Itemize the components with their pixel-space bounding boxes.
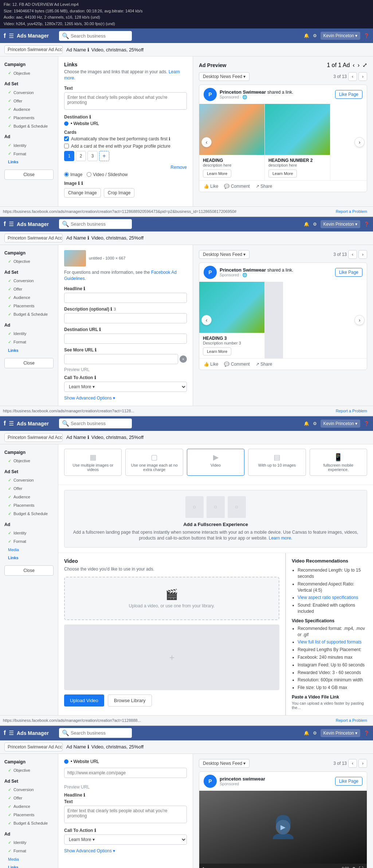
sidebar-format-2[interactable]: ✓Format bbox=[0, 338, 58, 346]
carousel-cta-2a[interactable]: Learn More bbox=[203, 347, 231, 355]
dest-url-input-2[interactable]: www.kevinprinceton.com bbox=[64, 334, 187, 344]
next-card-btn-4[interactable]: › bbox=[358, 759, 367, 768]
auto-show-checkbox[interactable] bbox=[64, 136, 69, 141]
next-card-btn-2[interactable]: › bbox=[358, 250, 367, 259]
text-input-4[interactable] bbox=[64, 806, 187, 823]
sidebar-format[interactable]: ✓ Format bbox=[0, 149, 58, 158]
show-advanced-2[interactable]: Show Advanced Options ▾ bbox=[64, 396, 187, 401]
placement-select-2[interactable]: Desktop News Feed ▾ bbox=[199, 250, 250, 259]
sidebar-media-3[interactable]: Media bbox=[0, 546, 58, 554]
sidebar-conversion-3[interactable]: ✓Conversion bbox=[0, 476, 58, 484]
carousel-next-2[interactable]: › bbox=[354, 315, 365, 325]
share-action-1[interactable]: ↗ Share bbox=[256, 184, 272, 189]
hamburger-icon-2[interactable]: ☰ bbox=[9, 221, 14, 227]
sidebar-offer-4[interactable]: ✓Offer bbox=[0, 794, 58, 802]
carousel-cta-1[interactable]: Learn More bbox=[203, 170, 231, 178]
sidebar-audience[interactable]: ✓ Audience bbox=[0, 105, 58, 113]
format-item-single[interactable]: ▢ Use one image each at no extra charge bbox=[125, 449, 183, 476]
search-input-3[interactable] bbox=[71, 421, 129, 426]
prev-card-btn-1[interactable]: ‹ bbox=[348, 72, 357, 81]
settings-icon-2[interactable]: ⚙ bbox=[313, 222, 317, 227]
sidebar-objective-4[interactable]: ✓Objective bbox=[0, 766, 58, 775]
report-problem-1[interactable]: Report a Problem bbox=[333, 208, 370, 215]
placement-select-1[interactable]: Desktop News Feed ▾ bbox=[199, 72, 250, 81]
notification-icon-3[interactable]: 🔔 bbox=[304, 421, 309, 426]
placement-select-4[interactable]: Desktop News Feed ▾ bbox=[199, 759, 250, 768]
format-item-fullscreen[interactable]: 📱 fullscreen mobile experience. bbox=[310, 449, 367, 476]
like-action-2[interactable]: 👍 Like bbox=[204, 362, 218, 367]
sidebar-ad-4[interactable]: Ad bbox=[0, 830, 58, 838]
account-btn-1[interactable]: Kevin Princeton ▾ bbox=[321, 32, 360, 40]
carousel-next-1[interactable]: › bbox=[354, 137, 365, 147]
sidebar-campaign-3[interactable]: Campaign bbox=[0, 448, 58, 457]
clear-see-more-btn-2[interactable]: × bbox=[180, 355, 187, 363]
settings-icon-3[interactable]: ⚙ bbox=[313, 421, 317, 426]
sidebar-links-3[interactable]: Links bbox=[0, 554, 58, 562]
comment-action-2[interactable]: 💬 Comment bbox=[224, 362, 250, 367]
sidebar-budget-3[interactable]: ✓Budget & Schedule bbox=[0, 510, 58, 518]
headline-input-2[interactable]: HEADING NUMBER 2 bbox=[64, 293, 187, 303]
search-input-1[interactable] bbox=[71, 33, 129, 39]
sidebar-ad-3[interactable]: Ad bbox=[0, 520, 58, 529]
sidebar-identity[interactable]: ✓ Identity bbox=[0, 141, 58, 149]
hamburger-icon-3[interactable]: ☰ bbox=[9, 420, 14, 427]
card-tab-3[interactable]: 3 bbox=[87, 151, 98, 161]
close-button-2[interactable]: Close bbox=[4, 358, 54, 368]
aspect-ratio-link[interactable]: View aspect ratio specifications bbox=[298, 595, 358, 600]
close-button-3[interactable]: Close bbox=[4, 565, 54, 576]
fullscreen-learn-more-3[interactable]: Learn more. bbox=[269, 536, 292, 541]
sidebar-format-4[interactable]: ✓Format bbox=[0, 847, 58, 855]
sidebar-placements[interactable]: ✓ Placements bbox=[0, 113, 58, 122]
sidebar-links-2[interactable]: Links bbox=[0, 346, 58, 354]
account-btn-4[interactable]: Kevin Princeton ▾ bbox=[321, 729, 360, 737]
sidebar-placements-3[interactable]: ✓Placements bbox=[0, 501, 58, 510]
sidebar-audience-2[interactable]: ✓Audience bbox=[0, 293, 58, 302]
notification-icon-1[interactable]: 🔔 bbox=[304, 33, 309, 38]
expand-icon-1[interactable]: ⤢ bbox=[362, 62, 367, 69]
help-icon-1[interactable]: ❓ bbox=[364, 33, 369, 38]
hamburger-icon-1[interactable]: ☰ bbox=[9, 32, 14, 39]
cta-select-4[interactable]: Learn More ▾ bbox=[64, 834, 187, 845]
radio-dot-4[interactable] bbox=[64, 759, 68, 764]
sidebar-identity-4[interactable]: ✓Identity bbox=[0, 838, 58, 847]
description-input-2[interactable]: description here bbox=[64, 313, 187, 323]
play-control-4[interactable]: ▶ bbox=[203, 866, 207, 868]
sidebar-media-4[interactable]: Media bbox=[0, 855, 58, 863]
carousel-cta-2[interactable]: Learn More bbox=[268, 170, 297, 178]
sidebar-placements-2[interactable]: ✓Placements bbox=[0, 302, 58, 310]
account-selector-1[interactable]: Princeton Swimwear Ad Acco... ▾ bbox=[4, 45, 63, 54]
play-btn-overlay-4[interactable]: ▶ bbox=[276, 820, 290, 834]
search-input-4[interactable] bbox=[71, 730, 129, 736]
share-action-2[interactable]: ↗ Share bbox=[256, 362, 272, 367]
fullscreen-video-icon-4[interactable]: ⛶ bbox=[359, 866, 363, 868]
sidebar-audience-4[interactable]: ✓Audience bbox=[0, 802, 58, 811]
sidebar-ad-2[interactable]: Ad bbox=[0, 321, 58, 330]
search-input-2[interactable] bbox=[71, 221, 129, 227]
cta-select-2[interactable]: Learn More ▾ bbox=[64, 382, 187, 392]
sidebar-budget-4[interactable]: ✓Budget & Schedule bbox=[0, 819, 58, 828]
format-item-carousel[interactable]: ▦ Use multiple images or videos bbox=[64, 449, 122, 476]
sidebar-objective[interactable]: ✓ Objective bbox=[0, 69, 58, 77]
upload-video-btn[interactable]: Upload Video bbox=[64, 694, 104, 707]
sidebar-conversion[interactable]: ✓ Conversion bbox=[0, 88, 58, 97]
sidebar-offer-3[interactable]: ✓Offer bbox=[0, 484, 58, 493]
like-page-btn-2[interactable]: Like Page bbox=[335, 268, 362, 277]
sidebar-ad[interactable]: Ad bbox=[0, 132, 58, 141]
format-item-video[interactable]: ▶ Video bbox=[187, 449, 244, 476]
notification-icon-2[interactable]: 🔔 bbox=[304, 222, 309, 227]
like-action-1[interactable]: 👍 Like bbox=[204, 184, 218, 189]
close-button-1[interactable]: Close bbox=[4, 170, 54, 180]
sidebar-budget-2[interactable]: ✓Budget & Schedule bbox=[0, 310, 58, 319]
sidebar-audience-3[interactable]: ✓Audience bbox=[0, 493, 58, 501]
card-tab-1[interactable]: 1 bbox=[64, 151, 74, 161]
sidebar-format-3[interactable]: ✓Format bbox=[0, 537, 58, 546]
notification-icon-4[interactable]: 🔔 bbox=[304, 731, 309, 736]
sidebar-identity-3[interactable]: ✓Identity bbox=[0, 529, 58, 537]
sidebar-objective-2[interactable]: ✓ Objective bbox=[0, 257, 58, 266]
image-radio[interactable] bbox=[64, 172, 69, 177]
like-page-btn-1[interactable]: Like Page bbox=[335, 90, 362, 99]
radio-dot-1[interactable] bbox=[64, 121, 68, 126]
sidebar-links-4[interactable]: Links bbox=[0, 863, 58, 868]
sidebar-adset-4[interactable]: Ad Set bbox=[0, 777, 58, 786]
sidebar-conversion-2[interactable]: ✓Conversion bbox=[0, 277, 58, 285]
